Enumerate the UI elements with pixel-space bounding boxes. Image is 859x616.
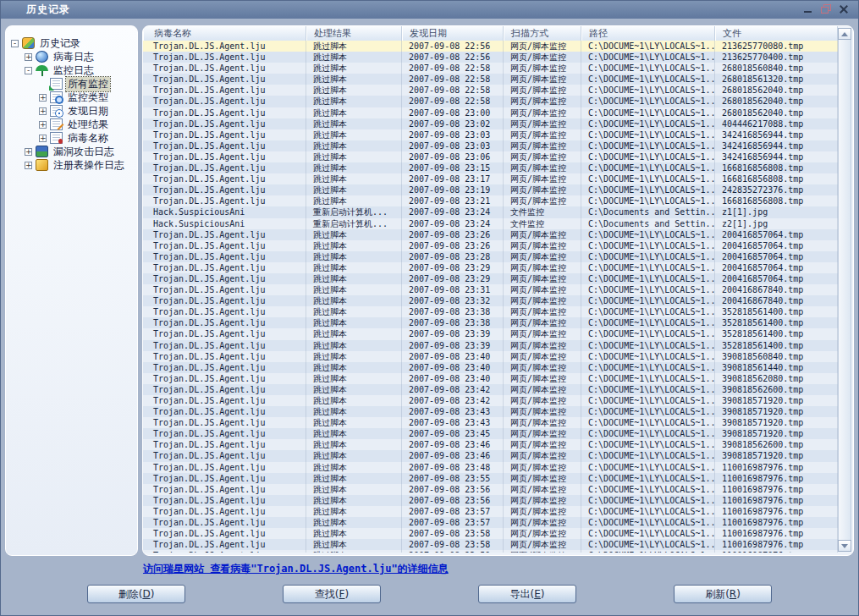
table-row[interactable]: Trojan.DL.JS.Agent.lju 跳过脚本 2007-09-08 2… [143,85,838,96]
table-row[interactable]: Trojan.DL.JS.Agent.lju 跳过脚本 2007-09-08 2… [143,539,838,550]
scroll-down-icon[interactable] [838,540,851,552]
table-row[interactable]: Trojan.DL.JS.Agent.lju 跳过脚本 2007-09-08 2… [143,118,838,129]
table-row[interactable]: Trojan.DL.JS.Agent.lju 跳过脚本 2007-09-08 2… [143,495,838,506]
table-row[interactable]: Trojan.DL.JS.Agent.lju 跳过脚本 2007-09-08 2… [143,417,838,428]
table-row[interactable]: Trojan.DL.JS.Agent.lju 跳过脚本 2007-09-08 2… [143,528,838,539]
table-row[interactable]: Trojan.DL.JS.Agent.lju 跳过脚本 2007-09-08 2… [143,506,838,517]
sidebar-item-process-result[interactable]: + 处理结果 [6,118,137,131]
sidebar-item-history-root[interactable]: - 历史记录 [6,36,137,50]
table-row[interactable]: Trojan.DL.JS.Agent.lju 跳过脚本 2007-09-08 2… [143,251,838,262]
table-row[interactable]: Trojan.DL.JS.Agent.lju 跳过脚本 2007-09-08 2… [143,74,838,85]
sidebar-item-all-monitors[interactable]: 所有监控 [6,77,137,91]
table-row[interactable]: Trojan.DL.JS.Agent.lju 跳过脚本 2007-09-08 2… [143,473,838,484]
table-header-cell[interactable]: 文件 [715,26,838,41]
tree-expander-icon[interactable]: + [39,107,47,115]
table-row[interactable]: Trojan.DL.JS.Agent.lju 跳过脚本 2007-09-08 2… [143,450,838,461]
table-row[interactable]: Trojan.DL.JS.Agent.lju 跳过脚本 2007-09-08 2… [143,184,838,195]
close-icon[interactable] [839,4,850,14]
table-row[interactable]: Trojan.DL.JS.Agent.lju 跳过脚本 2007-09-08 2… [143,428,838,439]
tree-item-label[interactable]: 病毒名称 [66,131,110,146]
vertical-scrollbar[interactable] [838,28,851,552]
table-row[interactable]: Trojan.DL.JS.Agent.lju 跳过脚本 2007-09-08 2… [143,273,838,284]
table-row[interactable]: Trojan.DL.JS.Agent.lju 跳过脚本 2007-09-08 2… [143,162,838,173]
tree-item-label[interactable]: 漏洞攻击日志 [52,145,116,159]
table-row[interactable]: Trojan.DL.JS.Agent.lju 跳过脚本 2007-09-08 2… [143,63,838,74]
table-header-cell[interactable]: 扫描方式 [504,26,581,41]
cell-scan-method: 网页/脚本监控 [504,85,581,96]
tree-item-label[interactable]: 处理结果 [66,118,110,132]
table-header-cell[interactable]: 处理结果 [306,26,402,41]
table-row[interactable]: Trojan.DL.JS.Agent.lju 跳过脚本 2007-09-08 2… [143,362,838,373]
log-table-panel: 病毒名称处理结果发现日期扫描方式路径文件 Trojan.DL.JS.Agent.… [142,25,854,556]
table-row[interactable]: Trojan.DL.JS.Agent.lju 跳过脚本 2007-09-08 2… [143,517,838,528]
tree-item-label[interactable]: 历史记录 [38,36,82,51]
tree-item-label[interactable]: 注册表操作日志 [52,158,126,173]
table-row[interactable]: Hack.SuspiciousAni 重新启动计算机... 2007-09-08… [143,218,838,229]
tree-expander-icon[interactable]: - [25,67,32,74]
tree-item-label[interactable]: 病毒日志 [52,50,96,64]
table-row[interactable]: Trojan.DL.JS.Agent.lju 跳过脚本 2007-09-08 2… [143,52,838,63]
sidebar-item-virus-name[interactable]: + 病毒名称 [6,131,137,145]
sidebar-item-found-date[interactable]: + 发现日期 [6,104,137,118]
restore-icon[interactable] [821,4,832,14]
table-header-cell[interactable]: 病毒名称 [143,26,306,41]
table-row[interactable]: Trojan.DL.JS.Agent.lju 跳过脚本 2007-09-08 2… [143,462,838,473]
tree-item-label[interactable]: 所有监控 [66,77,110,91]
virus-detail-link[interactable]: 访问瑞星网站 查看病毒"Trojan.DL.JS.Agent.lju"的详细信息 [143,563,449,575]
refresh-button[interactable]: 刷新(R) [674,585,772,603]
tree-expander-icon[interactable]: + [25,53,32,61]
table-row[interactable]: Trojan.DL.JS.Agent.lju 跳过脚本 2007-09-08 2… [143,262,838,273]
table-row[interactable]: Trojan.DL.JS.Agent.lju 跳过脚本 2007-09-08 2… [143,550,838,553]
table-row[interactable]: Trojan.DL.JS.Agent.lju 跳过脚本 2007-09-08 2… [143,439,838,450]
table-row[interactable]: Trojan.DL.JS.Agent.lju 跳过脚本 2007-09-08 2… [143,41,838,52]
sidebar-item-monitor-log[interactable]: - 监控日志 [6,63,137,77]
table-row[interactable]: Trojan.DL.JS.Agent.lju 跳过脚本 2007-09-08 2… [143,295,838,306]
table-row[interactable]: Trojan.DL.JS.Agent.lju 跳过脚本 2007-09-08 2… [143,240,838,251]
table-row[interactable]: Hack.SuspiciousAni 重新启动计算机... 2007-09-08… [143,206,838,217]
delete-button[interactable]: 删除(D) [87,585,185,603]
table-header-cell[interactable]: 路径 [581,26,715,41]
table-row[interactable]: Trojan.DL.JS.Agent.lju 跳过脚本 2007-09-08 2… [143,140,838,151]
sidebar-item-vuln-attack-log[interactable]: + 漏洞攻击日志 [6,145,137,158]
table-row[interactable]: Trojan.DL.JS.Agent.lju 跳过脚本 2007-09-08 2… [143,284,838,295]
action-buttons: 删除(D) 查找(F) 导出(E) 刷新(R) [87,585,772,603]
tree-expander-icon[interactable]: + [25,162,32,169]
tree-expander-icon[interactable]: + [25,148,32,156]
minimize-icon[interactable] [803,4,814,14]
cell-found-date: 2007-09-08 23:39 [402,328,504,339]
table-row[interactable]: Trojan.DL.JS.Agent.lju 跳过脚本 2007-09-08 2… [143,484,838,495]
table-row[interactable]: Trojan.DL.JS.Agent.lju 跳过脚本 2007-09-08 2… [143,384,838,395]
cell-process-result: 跳过脚本 [306,284,402,295]
cell-path: C:\DOCUME~1\LY\LOCALS~1... [581,306,715,317]
tree-expander-icon[interactable]: + [39,121,47,129]
table-row[interactable]: Trojan.DL.JS.Agent.lju 跳过脚本 2007-09-08 2… [143,96,838,107]
table-row[interactable]: Trojan.DL.JS.Agent.lju 跳过脚本 2007-09-08 2… [143,351,838,362]
table-header-cell[interactable]: 发现日期 [402,26,504,41]
table-row[interactable]: Trojan.DL.JS.Agent.lju 跳过脚本 2007-09-08 2… [143,173,838,184]
tree-expander-icon[interactable]: - [11,40,19,47]
table-row[interactable]: Trojan.DL.JS.Agent.lju 跳过脚本 2007-09-08 2… [143,229,838,240]
find-button[interactable]: 查找(F) [283,585,381,603]
scrollbar-track[interactable] [838,40,851,540]
table-row[interactable]: Trojan.DL.JS.Agent.lju 跳过脚本 2007-09-08 2… [143,395,838,406]
table-row[interactable]: Trojan.DL.JS.Agent.lju 跳过脚本 2007-09-08 2… [143,195,838,206]
table-row[interactable]: Trojan.DL.JS.Agent.lju 跳过脚本 2007-09-08 2… [143,328,838,339]
tree-expander-icon[interactable]: + [39,135,47,142]
export-button[interactable]: 导出(E) [478,585,576,603]
tree-item-label[interactable]: 监控日志 [52,63,96,78]
table-row[interactable]: Trojan.DL.JS.Agent.lju 跳过脚本 2007-09-08 2… [143,306,838,317]
table-row[interactable]: Trojan.DL.JS.Agent.lju 跳过脚本 2007-09-08 2… [143,317,838,328]
sidebar-item-registry-op-log[interactable]: + 注册表操作日志 [6,158,137,172]
tree-item-label[interactable]: 发现日期 [66,104,110,118]
sidebar-item-virus-log[interactable]: + 病毒日志 [6,50,137,63]
tree-expander-icon[interactable]: + [39,94,47,102]
table-row[interactable]: Trojan.DL.JS.Agent.lju 跳过脚本 2007-09-08 2… [143,340,838,351]
table-row[interactable]: Trojan.DL.JS.Agent.lju 跳过脚本 2007-09-08 2… [143,107,838,118]
sidebar-item-monitor-type[interactable]: + 监控类型 [6,91,137,104]
tree-item-label[interactable]: 监控类型 [66,91,110,105]
table-row[interactable]: Trojan.DL.JS.Agent.lju 跳过脚本 2007-09-08 2… [143,151,838,162]
table-row[interactable]: Trojan.DL.JS.Agent.lju 跳过脚本 2007-09-08 2… [143,406,838,417]
table-row[interactable]: Trojan.DL.JS.Agent.lju 跳过脚本 2007-09-08 2… [143,373,838,384]
scroll-up-icon[interactable] [838,28,851,40]
table-row[interactable]: Trojan.DL.JS.Agent.lju 跳过脚本 2007-09-08 2… [143,129,838,140]
